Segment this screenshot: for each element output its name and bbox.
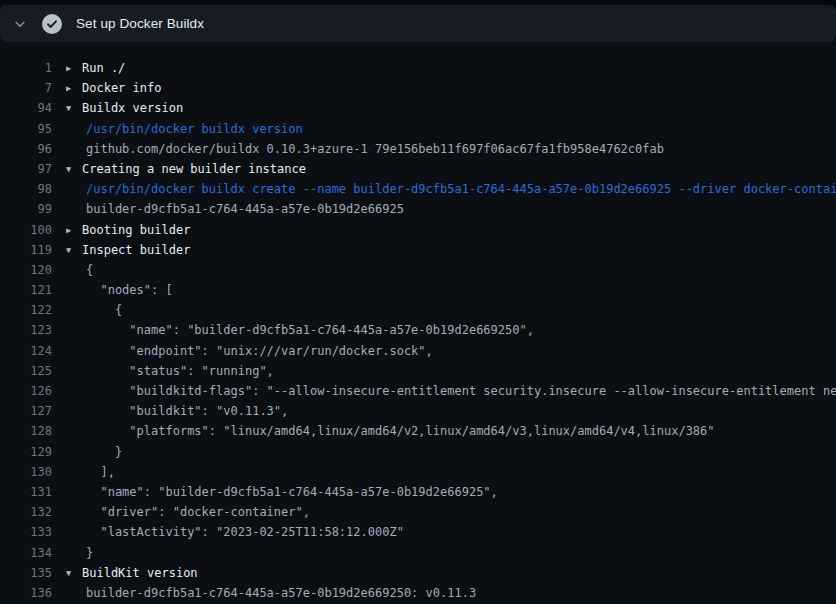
log-output-text: builder-d9cfb5a1-c764-445a-a57e-0b19d2e6… bbox=[66, 199, 404, 219]
log-line: 100▶Booting builder bbox=[0, 220, 836, 240]
log-line: 124 "endpoint": "unix:///var/run/docker.… bbox=[0, 341, 836, 361]
line-number-link[interactable]: 127 bbox=[0, 401, 52, 421]
log-line: 133 "lastActivity": "2023-02-25T11:58:12… bbox=[0, 522, 836, 542]
line-number-link[interactable]: 129 bbox=[0, 442, 52, 462]
log-output-text: github.com/docker/buildx 0.10.3+azure-1 … bbox=[66, 139, 664, 159]
log-command-text: /usr/bin/docker buildx create --name bui… bbox=[66, 179, 836, 199]
log-line: 128 "platforms": "linux/amd64,linux/amd6… bbox=[0, 421, 836, 441]
log-line: 126 "buildkitd-flags": "--allow-insecure… bbox=[0, 381, 836, 401]
log-line: 1▶Run ./ bbox=[0, 58, 836, 78]
line-number-link[interactable]: 123 bbox=[0, 320, 52, 340]
triangle-right-icon[interactable]: ▶ bbox=[66, 220, 82, 240]
line-number-link[interactable]: 96 bbox=[0, 139, 52, 159]
actions-log-step: Set up Docker Buildx 1▶Run ./7▶Docker in… bbox=[0, 0, 836, 604]
log-line: 130 ], bbox=[0, 462, 836, 482]
log-group-title[interactable]: Booting builder bbox=[82, 223, 190, 237]
log-line: 119▼Inspect builder bbox=[0, 240, 836, 260]
line-number-link[interactable]: 132 bbox=[0, 502, 52, 522]
log-output-text: "status": "running", bbox=[66, 361, 274, 381]
step-title: Set up Docker Buildx bbox=[76, 16, 204, 31]
log-output-text: "lastActivity": "2023-02-25T11:58:12.000… bbox=[66, 522, 404, 542]
log-output-text: { bbox=[66, 300, 122, 320]
log-output-text: } bbox=[66, 442, 122, 462]
line-number-link[interactable]: 97 bbox=[0, 159, 52, 179]
line-number-link[interactable]: 94 bbox=[0, 98, 52, 118]
log-group-title[interactable]: Inspect builder bbox=[82, 243, 190, 257]
log-line: 99builder-d9cfb5a1-c764-445a-a57e-0b19d2… bbox=[0, 199, 836, 219]
log-line: 132 "driver": "docker-container", bbox=[0, 502, 836, 522]
line-number-link[interactable]: 130 bbox=[0, 462, 52, 482]
line-number-link[interactable]: 119 bbox=[0, 240, 52, 260]
line-number-link[interactable]: 120 bbox=[0, 260, 52, 280]
line-number-link[interactable]: 136 bbox=[0, 583, 52, 603]
log-line: 121 "nodes": [ bbox=[0, 280, 836, 300]
log-line: 125 "status": "running", bbox=[0, 361, 836, 381]
line-number-link[interactable]: 122 bbox=[0, 300, 52, 320]
log-line: 97▼Creating a new builder instance bbox=[0, 159, 836, 179]
log-line: 95/usr/bin/docker buildx version bbox=[0, 119, 836, 139]
log-line: 7▶Docker info bbox=[0, 78, 836, 98]
check-circle-icon bbox=[42, 14, 62, 34]
log-output-text: "buildkitd-flags": "--allow-insecure-ent… bbox=[66, 381, 836, 401]
log-output-text: "driver": "docker-container", bbox=[66, 502, 310, 522]
line-number-link[interactable]: 100 bbox=[0, 220, 52, 240]
log-output-text: "nodes": [ bbox=[66, 280, 173, 300]
line-number-link[interactable]: 131 bbox=[0, 482, 52, 502]
triangle-down-icon[interactable]: ▼ bbox=[66, 240, 82, 260]
line-number-link[interactable]: 134 bbox=[0, 543, 52, 563]
log-line: 94▼Buildx version bbox=[0, 98, 836, 118]
log-line: 120{ bbox=[0, 260, 836, 280]
line-number-link[interactable]: 7 bbox=[0, 78, 52, 98]
log-line: 135▼BuildKit version bbox=[0, 563, 836, 583]
log-group-title[interactable]: Docker info bbox=[82, 81, 161, 95]
triangle-right-icon[interactable]: ▶ bbox=[66, 78, 82, 98]
log-line: 134} bbox=[0, 543, 836, 563]
line-number-link[interactable]: 124 bbox=[0, 341, 52, 361]
log-line: 98/usr/bin/docker buildx create --name b… bbox=[0, 179, 836, 199]
log-output-text: ], bbox=[66, 462, 115, 482]
log-line: 122 { bbox=[0, 300, 836, 320]
line-number-link[interactable]: 135 bbox=[0, 563, 52, 583]
line-number-link[interactable]: 1 bbox=[0, 58, 52, 78]
log-group-title[interactable]: Creating a new builder instance bbox=[82, 162, 306, 176]
log-output-text: "buildkit": "v0.11.3", bbox=[66, 401, 288, 421]
line-number-link[interactable]: 126 bbox=[0, 381, 52, 401]
triangle-down-icon[interactable]: ▼ bbox=[66, 98, 82, 118]
log-line: 123 "name": "builder-d9cfb5a1-c764-445a-… bbox=[0, 320, 836, 340]
log-group-title[interactable]: Run ./ bbox=[82, 61, 125, 75]
triangle-down-icon[interactable]: ▼ bbox=[66, 159, 82, 179]
log-output-text: "platforms": "linux/amd64,linux/amd64/v2… bbox=[66, 421, 715, 441]
log-output-text: "name": "builder-d9cfb5a1-c764-445a-a57e… bbox=[66, 482, 498, 502]
log-output-text: "endpoint": "unix:///var/run/docker.sock… bbox=[66, 341, 433, 361]
log-line: 136builder-d9cfb5a1-c764-445a-a57e-0b19d… bbox=[0, 583, 836, 603]
line-number-link[interactable]: 99 bbox=[0, 199, 52, 219]
log-command-text: /usr/bin/docker buildx version bbox=[66, 119, 303, 139]
log-group-title[interactable]: BuildKit version bbox=[82, 566, 198, 580]
log-output-text: } bbox=[66, 543, 93, 563]
log-group-title[interactable]: Buildx version bbox=[82, 101, 183, 115]
chevron-down-icon[interactable] bbox=[12, 16, 28, 32]
line-number-link[interactable]: 95 bbox=[0, 119, 52, 139]
log-area[interactable]: 1▶Run ./7▶Docker info94▼Buildx version95… bbox=[0, 42, 836, 604]
triangle-down-icon[interactable]: ▼ bbox=[66, 563, 82, 583]
log-output-text: { bbox=[66, 260, 93, 280]
line-number-link[interactable]: 121 bbox=[0, 280, 52, 300]
log-line: 96github.com/docker/buildx 0.10.3+azure-… bbox=[0, 139, 836, 159]
log-output-text: "name": "builder-d9cfb5a1-c764-445a-a57e… bbox=[66, 320, 534, 340]
line-number-link[interactable]: 133 bbox=[0, 522, 52, 542]
log-line: 127 "buildkit": "v0.11.3", bbox=[0, 401, 836, 421]
triangle-right-icon[interactable]: ▶ bbox=[66, 58, 82, 78]
log-line: 131 "name": "builder-d9cfb5a1-c764-445a-… bbox=[0, 482, 836, 502]
line-number-link[interactable]: 128 bbox=[0, 421, 52, 441]
line-number-link[interactable]: 125 bbox=[0, 361, 52, 381]
log-output-text: builder-d9cfb5a1-c764-445a-a57e-0b19d2e6… bbox=[66, 583, 476, 603]
line-number-link[interactable]: 98 bbox=[0, 179, 52, 199]
step-header[interactable]: Set up Docker Buildx bbox=[0, 5, 836, 42]
log-line: 129 } bbox=[0, 442, 836, 462]
